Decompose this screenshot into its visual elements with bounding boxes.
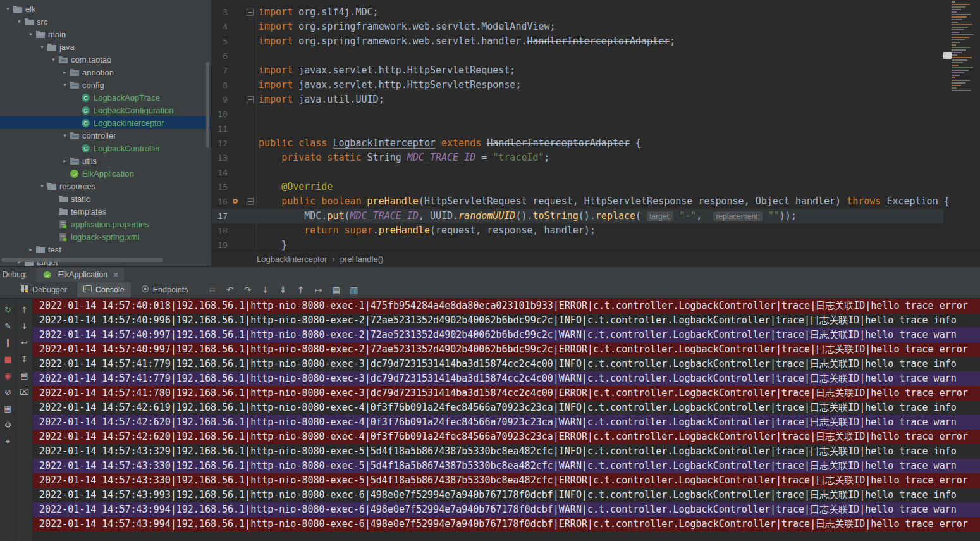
code-editor[interactable]: 3−import org.slf4j.MDC;4import org.sprin… xyxy=(212,0,980,251)
code-line-3[interactable]: 3−import org.slf4j.MDC; xyxy=(212,5,943,20)
gutter: 4 xyxy=(212,20,257,34)
console-output[interactable]: 2022-01-14 14:57:40:018|192.168.56.1|htt… xyxy=(33,299,980,541)
tree-item-label: LogbackConfiguration xyxy=(94,106,173,115)
tree-item-logbackcontroller[interactable]: CLogbackController xyxy=(0,142,211,154)
tree-item-controller[interactable]: ▾controller xyxy=(0,129,211,142)
tree-item-main[interactable]: ▾main xyxy=(0,28,211,40)
tree-item-annotion[interactable]: ▸annotion xyxy=(0,66,211,78)
minimap[interactable] xyxy=(951,0,979,104)
tree-item-elkapplication[interactable]: ElkApplication xyxy=(0,167,211,180)
console-line-2: 2022-01-14 14:57:40:996|192.168.56.1|htt… xyxy=(33,313,980,328)
code-line-14[interactable]: 14 xyxy=(212,165,943,180)
debug-step-toolbar: ≡↶↷↓⇓↑↦▦▥ xyxy=(207,285,359,295)
settings-icon[interactable]: ⚙ xyxy=(2,419,15,431)
chevron-down-icon[interactable]: ▾ xyxy=(38,44,46,50)
tree-item-test[interactable]: ▸test xyxy=(0,243,211,256)
code-line-9[interactable]: 9−import java.util.UUID; xyxy=(212,92,943,107)
down-stack-trace-icon[interactable]: ↓ xyxy=(18,320,31,332)
view-breakpoints-icon[interactable]: ◉ xyxy=(2,370,15,382)
chevron-right-icon[interactable]: ▸ xyxy=(27,246,35,252)
step-out-icon[interactable]: ↑ xyxy=(295,285,306,295)
tree-item-elk[interactable]: ▾elk xyxy=(0,3,211,15)
tree-item-label: resources xyxy=(59,182,95,191)
tree-item-com-taotao[interactable]: ▾com.taotao xyxy=(0,53,211,66)
menu-icon[interactable]: ≡ xyxy=(207,285,217,295)
chevron-down-icon[interactable]: ▾ xyxy=(49,56,58,63)
code-line-16[interactable]: 16− public boolean preHandle(HttpServlet… xyxy=(212,194,943,209)
print-icon[interactable]: ▤ xyxy=(18,370,31,382)
edit-configuration-icon[interactable]: ✎ xyxy=(2,320,15,332)
tab-console[interactable]: Console xyxy=(77,282,131,297)
code-line-7[interactable]: 7import javax.servlet.http.HttpServletRe… xyxy=(212,63,943,78)
code-text: } xyxy=(257,238,287,251)
code-line-15[interactable]: 15 @Override xyxy=(212,180,943,194)
tree-item-java[interactable]: ▾java xyxy=(0,40,211,53)
code-line-12[interactable]: 12public class LogbackInterceptor extend… xyxy=(212,136,943,151)
tree-item-label: static xyxy=(71,194,90,204)
clear-all-icon[interactable]: ⌧ xyxy=(18,386,31,398)
force-step-into-icon[interactable]: ⇓ xyxy=(278,285,288,295)
code-line-18[interactable]: 18 return super.preHandle(request, respo… xyxy=(212,223,943,238)
tab-endpoints[interactable]: Endpoints xyxy=(135,282,195,297)
up-stack-trace-icon[interactable]: ↑ xyxy=(18,304,31,316)
code-line-17[interactable]: 17 MDC.put(MDC_TRACE_ID, UUID.randomUUID… xyxy=(212,209,943,223)
code-line-4[interactable]: 4import org.springframework.web.servlet.… xyxy=(212,20,943,34)
fold-icon[interactable]: − xyxy=(247,96,254,103)
tree-item-logbackaoptrace[interactable]: CLogbackAopTrace xyxy=(0,91,211,104)
tree-horizontal-scrollbar[interactable] xyxy=(1,258,163,262)
console-icon xyxy=(83,285,92,295)
code-line-13[interactable]: 13 private static String MDC_TRACE_ID = … xyxy=(212,151,943,165)
tree-item-logbackinterceptor[interactable]: CLogbackInterceptor xyxy=(0,116,211,129)
mute-breakpoints-icon[interactable]: ⊘ xyxy=(2,386,15,398)
step-over-icon[interactable]: ↷ xyxy=(242,285,253,295)
chevron-right-icon[interactable]: ▸ xyxy=(61,158,69,164)
breadcrumb-item-prehandle[interactable]: preHandle() xyxy=(340,254,384,264)
tree-item-utils[interactable]: ▸utils xyxy=(0,154,211,167)
line-number: 9 xyxy=(212,92,228,107)
fold-icon[interactable]: − xyxy=(247,198,254,205)
breadcrumb-item-logbackinterceptor[interactable]: LogbackInterceptor xyxy=(257,254,327,264)
chevron-down-icon[interactable]: ▾ xyxy=(27,31,35,37)
step-into-icon[interactable]: ↓ xyxy=(260,285,271,295)
chevron-down-icon[interactable]: ▾ xyxy=(38,183,46,189)
chevron-down-icon[interactable]: ▾ xyxy=(4,6,12,12)
code-line-19[interactable]: 19 } xyxy=(212,238,943,251)
stop-icon[interactable]: ■ xyxy=(2,353,15,365)
tree-item-templates[interactable]: templates xyxy=(0,205,211,218)
evaluate-expression-icon[interactable]: ▦ xyxy=(331,285,341,295)
chevron-right-icon[interactable]: ▸ xyxy=(61,69,69,75)
close-icon[interactable]: × xyxy=(113,270,118,280)
code-line-6[interactable]: 6 xyxy=(212,49,943,63)
code-line-8[interactable]: 8import javax.servlet.http.HttpServletRe… xyxy=(212,78,943,92)
override-marker-icon[interactable] xyxy=(233,199,238,204)
layout-settings-icon[interactable]: ▥ xyxy=(348,285,359,295)
scroll-to-end-icon[interactable]: ↧ xyxy=(18,353,31,365)
code-line-11[interactable]: 11 xyxy=(212,121,943,136)
show-execution-point-icon[interactable]: ↶ xyxy=(224,285,235,295)
tree-item-application-properties[interactable]: application.properties xyxy=(0,218,211,230)
line-number: 12 xyxy=(212,136,228,151)
tab-debugger[interactable]: Debugger xyxy=(14,282,73,297)
fold-icon[interactable]: − xyxy=(247,9,254,16)
tree-item-static[interactable]: static xyxy=(0,192,211,205)
run-to-cursor-icon[interactable]: ↦ xyxy=(313,285,324,295)
pause-icon[interactable]: ∥ xyxy=(2,337,15,349)
code-line-10[interactable]: 10 xyxy=(212,107,943,121)
debug-content: ↻✎∥■◉⊘▦⚙⌖ ↑↓↩↧▤⌧ 2022-01-14 14:57:40:018… xyxy=(0,299,980,541)
debug-panel-label: Debug: xyxy=(3,270,27,279)
session-tab-elkapplication[interactable]: ElkApplication × xyxy=(36,268,124,282)
tree-vertical-scrollbar[interactable] xyxy=(206,62,209,147)
pin-icon[interactable]: ⌖ xyxy=(2,435,15,447)
chevron-down-icon[interactable]: ▾ xyxy=(61,132,69,139)
restore-layout-icon[interactable]: ▦ xyxy=(2,402,15,414)
tree-item-src[interactable]: ▾src xyxy=(0,15,211,28)
rerun-icon[interactable]: ↻ xyxy=(2,304,15,316)
tree-item-config[interactable]: ▾config xyxy=(0,78,211,91)
code-line-5[interactable]: 5import org.springframework.web.servlet.… xyxy=(212,34,943,49)
tree-item-logback-spring-xml[interactable]: <>logback-spring.xml xyxy=(0,230,211,243)
chevron-down-icon[interactable]: ▾ xyxy=(61,82,69,88)
tree-item-logbackconfiguration[interactable]: CLogbackConfiguration xyxy=(0,104,211,116)
soft-wrap-icon[interactable]: ↩ xyxy=(18,337,31,349)
chevron-down-icon[interactable]: ▾ xyxy=(15,18,23,25)
tree-item-resources[interactable]: ▾resources xyxy=(0,180,211,192)
